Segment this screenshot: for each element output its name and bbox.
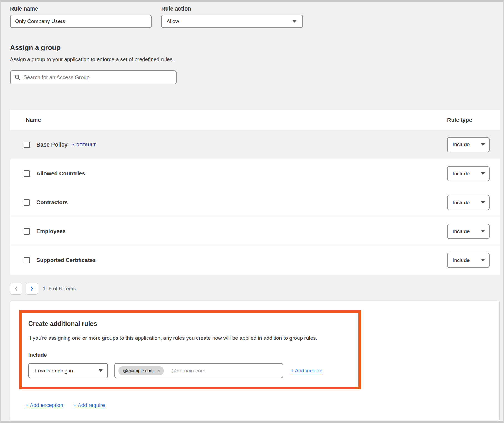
chevron-down-icon [481,172,485,175]
chevron-down-icon [481,259,485,261]
rule-type-value: Include [453,200,470,206]
rule-name-label: Rule name [10,6,152,12]
rule-selector-dropdown[interactable]: Emails ending in [28,363,108,378]
previous-page-button[interactable] [10,283,22,295]
group-name: Contractors [36,199,68,206]
rule-type-value: Include [453,257,470,263]
chevron-down-icon [99,369,103,372]
group-name: Supported Certificates [36,257,96,263]
search-icon [14,74,21,80]
page-content: Rule name Rule action Allow Assign a gro… [1,2,503,420]
rule-action-dropdown[interactable]: Allow [161,15,303,28]
row-checkbox[interactable] [24,199,30,206]
rule-type-dropdown[interactable]: Include [447,166,490,181]
additional-rules-card: Create additional rules If you're assign… [10,301,500,420]
badge-dot: • [72,142,74,147]
rule-selector-value: Emails ending in [34,368,73,374]
assign-group-heading: Assign a group [10,44,500,52]
column-header-rule-type: Rule type [447,117,495,123]
table-header: Name Rule type [10,110,500,130]
table-row: Contractors Include [10,188,500,217]
table-row: Allowed Countries Include [10,159,500,188]
group-name: Employees [36,228,66,235]
chevron-down-icon [481,201,485,204]
assign-group-description: Assign a group to your application to en… [10,56,500,62]
access-group-search[interactable] [10,70,177,84]
rule-action-label: Rule action [161,6,303,12]
group-name: Base Policy [36,142,67,148]
add-include-link[interactable]: + Add include [291,368,322,374]
page-frame: Rule name Rule action Allow Assign a gro… [0,0,504,423]
add-exception-link[interactable]: + Add exception [26,402,63,408]
table-row: Employees Include [10,217,500,246]
access-groups-table: Name Rule type Base Policy • DEFAULT Inc… [10,110,500,275]
pagination: 1–5 of 6 items [10,283,500,295]
rule-type-value: Include [453,228,470,235]
search-input[interactable] [24,74,172,80]
rule-type-value: Include [453,142,470,148]
rule-action-field: Rule action Allow [161,6,303,28]
chevron-right-icon [30,286,34,291]
table-row: Base Policy • DEFAULT Include [10,130,500,159]
include-section-label: Include [28,352,353,358]
additional-rules-description: If you're assigning one or more groups t… [28,335,353,341]
rule-type-dropdown[interactable]: Include [447,224,490,239]
next-page-button[interactable] [26,283,38,295]
pagination-summary: 1–5 of 6 items [43,286,76,292]
row-checkbox[interactable] [24,228,30,235]
rule-type-dropdown[interactable]: Include [447,195,490,210]
include-rule-row: Emails ending in @example.com × @domain.… [28,363,353,378]
rule-type-dropdown[interactable]: Include [447,253,490,268]
footer-links: + Add exception + Add require [26,402,488,408]
rule-name-input[interactable] [10,15,152,28]
badge-label: DEFAULT [76,142,96,147]
email-domain-input[interactable]: @example.com × @domain.com [114,363,283,378]
rule-form-row: Rule name Rule action Allow [10,6,500,28]
row-checkbox[interactable] [24,170,30,177]
tag-label: @example.com [123,368,153,373]
chevron-down-icon [481,143,485,146]
chevron-down-icon [292,20,297,23]
column-header-name: Name [26,117,447,123]
remove-tag-icon[interactable]: × [157,368,160,373]
input-placeholder-text: @domain.com [171,368,205,374]
add-require-link[interactable]: + Add require [74,402,105,408]
rule-action-value: Allow [167,18,179,24]
rule-type-value: Include [453,171,470,177]
chevron-down-icon [481,230,485,233]
table-row: Supported Certificates Include [10,246,500,275]
default-badge: • DEFAULT [72,142,96,147]
row-checkbox[interactable] [24,142,30,148]
additional-rules-heading: Create additional rules [28,320,353,328]
rule-type-dropdown[interactable]: Include [447,137,490,152]
chevron-left-icon [14,286,18,291]
email-domain-tag: @example.com × [118,366,164,375]
rule-name-field: Rule name [10,6,152,28]
highlight-annotation-box: Create additional rules If you're assign… [19,310,361,389]
row-checkbox[interactable] [24,257,30,263]
group-name: Allowed Countries [36,170,85,177]
